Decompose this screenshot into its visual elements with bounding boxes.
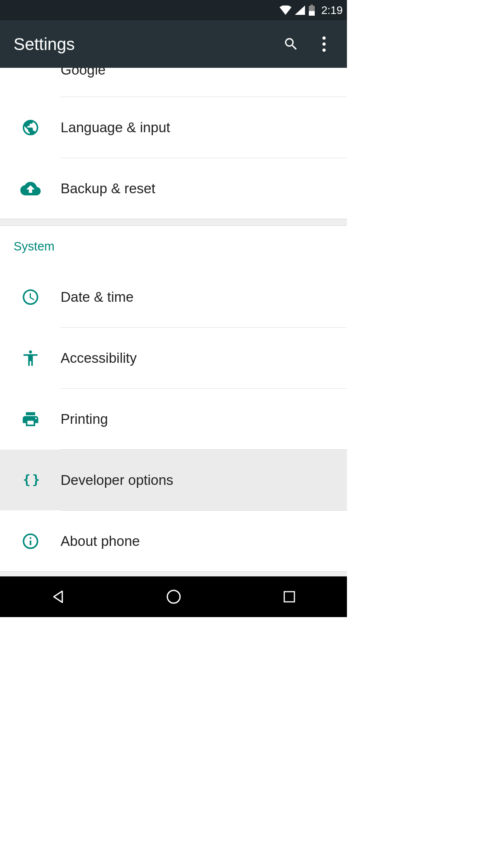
settings-item-label: Backup & reset (61, 181, 155, 197)
svg-rect-2 (309, 11, 315, 16)
back-icon (50, 588, 67, 605)
status-bar: 2:19 (0, 0, 347, 20)
settings-item-accessibility[interactable]: Accessibility (0, 328, 347, 388)
settings-item-printing[interactable]: Printing (0, 389, 347, 449)
svg-text:}: } (32, 474, 39, 487)
settings-item-label: Google (61, 68, 105, 78)
nav-home-button[interactable] (136, 582, 212, 612)
svg-point-9 (167, 590, 180, 603)
settings-item-label: Accessibility (61, 350, 137, 366)
list-bottom-gap (0, 571, 347, 576)
svg-point-4 (322, 42, 326, 46)
section-header-label: System (14, 239, 55, 253)
settings-item-label: Date & time (61, 289, 133, 305)
app-bar: Settings (0, 20, 347, 68)
search-button[interactable] (277, 30, 305, 58)
braces-icon: { } (22, 474, 39, 487)
battery-icon (308, 5, 315, 16)
cellular-signal-icon (295, 6, 305, 15)
navigation-bar (0, 576, 347, 617)
svg-rect-10 (284, 592, 294, 602)
home-icon (165, 588, 182, 605)
accessibility-icon (21, 349, 40, 367)
status-time: 2:19 (321, 4, 343, 17)
nav-recent-button[interactable] (251, 582, 327, 612)
overflow-menu-button[interactable] (310, 30, 338, 58)
settings-item-label: Developer options (61, 472, 173, 488)
clock-icon (21, 288, 40, 306)
search-icon (283, 36, 299, 52)
nav-back-button[interactable] (20, 582, 96, 612)
settings-item-date-time[interactable]: Date & time (0, 267, 347, 327)
settings-item-about-phone[interactable]: About phone (0, 511, 347, 571)
recent-apps-icon (282, 589, 297, 604)
printer-icon (21, 410, 40, 428)
settings-item-label: Language & input (61, 120, 170, 136)
settings-item-developer-options[interactable]: { } Developer options (0, 450, 347, 510)
section-header-system: System (0, 226, 347, 267)
svg-point-5 (322, 48, 326, 52)
page-title: Settings (14, 35, 272, 54)
globe-icon (21, 118, 40, 137)
settings-item-google[interactable]: Google (0, 68, 347, 97)
wifi-icon (280, 6, 291, 15)
info-icon (21, 532, 40, 551)
settings-item-backup-reset[interactable]: Backup & reset (0, 158, 347, 219)
svg-point-3 (322, 36, 326, 40)
svg-text:{: { (23, 474, 30, 487)
settings-item-label: About phone (61, 533, 140, 549)
settings-item-language-input[interactable]: Language & input (0, 97, 347, 158)
settings-list: Google Language & input Backup & reset S… (0, 68, 347, 576)
cloud-upload-icon (20, 180, 41, 197)
settings-item-label: Printing (61, 411, 108, 427)
svg-rect-0 (311, 5, 313, 6)
section-divider (0, 219, 347, 226)
more-vert-icon (322, 36, 326, 52)
